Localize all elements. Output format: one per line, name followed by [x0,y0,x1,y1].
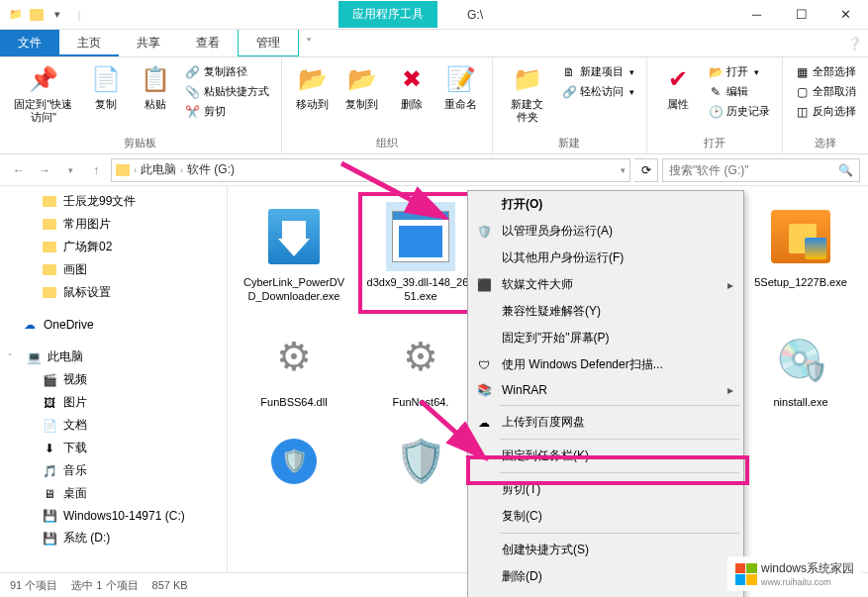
up-button[interactable]: ↑ [85,159,107,181]
search-box[interactable]: 🔍 [662,158,860,182]
newfolder-icon: 📁 [512,63,543,95]
open-button[interactable]: 📂打开▾ [707,63,772,80]
sidebar-pc-item[interactable]: 🎬视频 [0,368,227,391]
crumb-pc[interactable]: 此电脑 [141,161,176,178]
menu-item-label: WinRAR [502,383,547,397]
sidebar-pc-item[interactable]: 💾Windows10-14971 (C:) [0,505,227,527]
new-folder-button[interactable]: 📁新建文件夹 [503,61,552,126]
back-button[interactable]: ← [8,159,30,181]
file-item[interactable]: 🛡️ [362,421,479,506]
history-button[interactable]: 🕑历史记录 [707,103,772,120]
file-item[interactable]: ⚙FunNest64. [362,316,479,415]
menu-item[interactable]: 以其他用户身份运行(F) [468,245,743,271]
refresh-button[interactable]: ⟳ [634,158,658,182]
window-caption: 应用程序工具 G:\ [87,1,734,28]
sidebar-folder[interactable]: 壬辰龙99文件 [0,190,227,213]
tab-file[interactable]: 文件 [0,30,59,56]
paste-shortcut-button[interactable]: 📎粘贴快捷方式 [184,83,271,100]
delete-button[interactable]: ✖删除 [391,61,433,113]
breadcrumb[interactable]: › 此电脑 › 软件 (G:) ▾ [111,158,630,182]
menu-item[interactable]: 复制(C) [468,503,743,530]
rename-button[interactable]: 📝重命名 [440,61,482,113]
menu-item[interactable]: 📚WinRAR▸ [468,378,743,402]
folder-icon[interactable] [30,9,44,21]
copy-to-button[interactable]: 📂复制到 [341,61,383,113]
shortcut-icon: 📎 [186,85,200,99]
sidebar-pc-item[interactable]: 🖼图片 [0,391,227,414]
menu-item[interactable]: 固定到"开始"屏幕(P) [468,325,743,351]
qat-dropdown-icon[interactable]: ▾ [49,7,65,23]
paste-button[interactable]: 📋粘贴 [135,61,176,113]
search-input[interactable] [669,163,832,177]
folder-icon [42,240,57,255]
expand-icon[interactable]: ˅ [8,352,20,362]
maximize-button[interactable]: ☐ [779,0,823,30]
menu-item[interactable]: 创建快捷方式(S) [468,537,743,563]
file-item[interactable]: 💿🛡️ninstall.exe [742,316,859,415]
library-icon: ⬇ [42,441,57,456]
menu-item[interactable]: 删除(D) [468,563,743,590]
cut-button[interactable]: ✂️剪切 [184,103,271,120]
recent-button[interactable]: ▾ [59,159,81,181]
chevron-right-icon[interactable]: › [180,165,183,175]
menu-item[interactable]: ☁上传到百度网盘 [468,409,743,436]
menu-item-icon: ☁ [476,415,492,431]
help-icon[interactable]: ❔ [840,30,868,56]
menu-item[interactable]: 打开(O) [468,191,743,218]
sidebar-pc-item[interactable]: ⬇下载 [0,437,227,459]
sidebar-pc-item[interactable]: 📄文档 [0,414,227,437]
sidebar-folder[interactable]: 鼠标设置 [0,281,227,304]
properties-icon: ✔ [662,63,694,95]
copy-path-button[interactable]: 🔗复制路径 [184,63,271,80]
menu-item[interactable]: 兼容性疑难解答(Y) [468,298,743,325]
easy-access-button[interactable]: 🔗轻松访问▾ [560,83,636,100]
ribbon-collapse-icon[interactable]: ˅ [299,30,319,56]
file-item[interactable]: d3dx9_39.dll-148_26651.exe [362,196,479,310]
tab-home[interactable]: 主页 [59,30,119,56]
tab-view[interactable]: 查看 [178,30,238,56]
pin-quick-access-button[interactable]: 📌固定到"快速访问" [10,61,77,126]
sidebar-folder[interactable]: 广场舞02 [0,236,227,258]
submenu-arrow-icon: ▸ [727,383,733,397]
minimize-button[interactable]: ─ [734,0,779,30]
close-button[interactable]: ✕ [823,0,868,30]
file-item[interactable]: ⚙FunBSS64.dll [236,316,352,415]
select-all-button[interactable]: ▦全部选择 [793,63,858,80]
navigation-pane[interactable]: 壬辰龙99文件常用图片广场舞02画图鼠标设置 ☁OneDrive ˅💻此电脑 🎬… [0,186,228,572]
file-item[interactable]: 🛡️ [236,421,352,506]
menu-item[interactable]: 剪切(T) [468,476,743,503]
file-name: d3dx9_39.dll-148_26651.exe [366,275,475,304]
invert-select-button[interactable]: ◫反向选择 [793,103,858,120]
search-icon[interactable]: 🔍 [838,163,853,177]
sidebar-thispc[interactable]: ˅💻此电脑 [0,346,227,368]
menu-item[interactable]: 重命名(M) [468,590,743,597]
new-item-button[interactable]: 🗎新建项目▾ [560,63,636,80]
tab-share[interactable]: 共享 [119,30,178,56]
sidebar-folder[interactable]: 常用图片 [0,213,227,236]
forward-button[interactable]: → [34,159,55,181]
copy-button[interactable]: 📄复制 [85,61,127,113]
sidebar-folder[interactable]: 画图 [0,258,227,281]
open-icon: 📂 [709,65,723,79]
file-item[interactable]: CyberLink_PowerDVD_Downloader.exe [236,196,352,310]
select-none-button[interactable]: ▢全部取消 [793,83,858,100]
chevron-right-icon[interactable]: › [134,165,137,175]
menu-item[interactable]: 固定到任务栏(K) [468,443,743,469]
sidebar-onedrive[interactable]: ☁OneDrive [0,314,227,336]
properties-button[interactable]: ✔属性 [657,61,699,113]
window-path: G:\ [467,8,483,22]
menu-item[interactable]: ⬛软媒文件大师▸ [468,271,743,298]
menu-item[interactable]: 🛡使用 Windows Defender扫描... [468,351,743,378]
crumb-drive[interactable]: 软件 (G:) [187,161,235,178]
sidebar-pc-item[interactable]: 🎵音乐 [0,459,227,482]
sidebar-pc-item[interactable]: 💾系统 (D:) [0,527,227,549]
edit-button[interactable]: ✎编辑 [707,83,772,100]
file-item[interactable]: 5Setup_1227B.exe [742,196,859,310]
address-bar: ← → ▾ ↑ › 此电脑 › 软件 (G:) ▾ ⟳ 🔍 [0,154,868,186]
chevron-down-icon[interactable]: ▾ [621,165,626,175]
sidebar-pc-item[interactable]: 🖥桌面 [0,482,227,505]
tab-manage[interactable]: 管理 [238,30,299,56]
move-to-button[interactable]: 📂移动到 [292,61,334,113]
menu-item[interactable]: 🛡️以管理员身份运行(A) [468,218,743,245]
menu-item-label: 以管理员身份运行(A) [502,223,613,240]
